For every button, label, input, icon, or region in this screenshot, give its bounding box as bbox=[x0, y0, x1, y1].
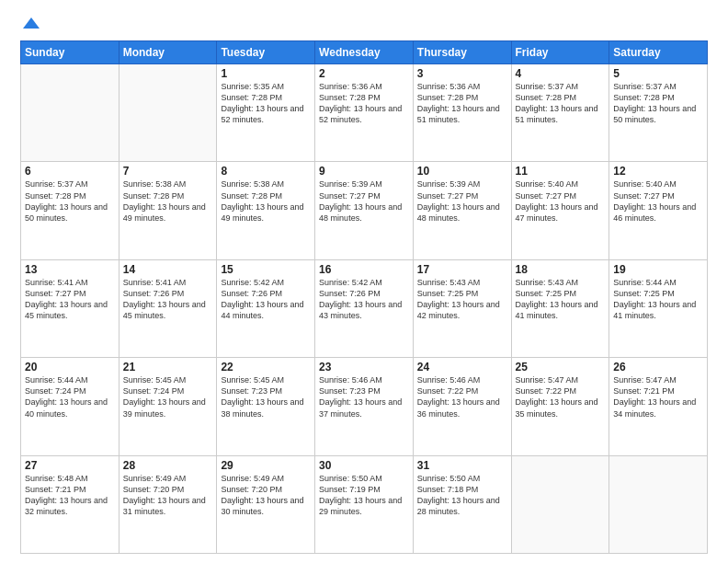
day-info: Sunrise: 5:49 AM Sunset: 7:20 PM Dayligh… bbox=[221, 473, 311, 518]
weekday-header-saturday: Saturday bbox=[609, 41, 708, 64]
weekday-header-tuesday: Tuesday bbox=[217, 41, 315, 64]
day-info: Sunrise: 5:44 AM Sunset: 7:25 PM Dayligh… bbox=[613, 277, 703, 322]
day-info: Sunrise: 5:40 AM Sunset: 7:27 PM Dayligh… bbox=[613, 178, 703, 224]
day-info: Sunrise: 5:40 AM Sunset: 7:27 PM Dayligh… bbox=[516, 178, 606, 224]
day-number: 26 bbox=[613, 361, 703, 373]
weekday-header-monday: Monday bbox=[119, 41, 217, 64]
day-number: 1 bbox=[221, 67, 311, 80]
day-info: Sunrise: 5:39 AM Sunset: 7:27 PM Dayligh… bbox=[417, 178, 507, 224]
day-info: Sunrise: 5:38 AM Sunset: 7:28 PM Dayligh… bbox=[123, 178, 213, 224]
calendar-week-1: 1Sunrise: 5:35 AM Sunset: 7:28 PM Daylig… bbox=[21, 64, 708, 162]
calendar-cell: 5Sunrise: 5:37 AM Sunset: 7:28 PM Daylig… bbox=[609, 64, 708, 162]
day-number: 18 bbox=[516, 263, 606, 276]
header bbox=[20, 17, 708, 31]
day-info: Sunrise: 5:37 AM Sunset: 7:28 PM Dayligh… bbox=[516, 81, 606, 126]
page: SundayMondayTuesdayWednesdayThursdayFrid… bbox=[0, 0, 728, 563]
calendar-cell bbox=[511, 455, 609, 553]
calendar-cell bbox=[609, 455, 708, 553]
svg-marker-0 bbox=[23, 17, 40, 29]
calendar-cell: 2Sunrise: 5:36 AM Sunset: 7:28 PM Daylig… bbox=[315, 64, 414, 162]
day-number: 27 bbox=[25, 459, 115, 472]
day-number: 10 bbox=[417, 165, 507, 178]
calendar-cell: 4Sunrise: 5:37 AM Sunset: 7:28 PM Daylig… bbox=[511, 64, 609, 162]
day-number: 9 bbox=[319, 165, 409, 178]
day-number: 29 bbox=[221, 459, 311, 472]
day-number: 7 bbox=[123, 165, 213, 178]
day-number: 5 bbox=[613, 67, 703, 80]
day-info: Sunrise: 5:46 AM Sunset: 7:23 PM Dayligh… bbox=[319, 374, 409, 419]
day-number: 2 bbox=[319, 67, 409, 80]
day-info: Sunrise: 5:41 AM Sunset: 7:26 PM Dayligh… bbox=[123, 277, 213, 322]
calendar-cell: 24Sunrise: 5:46 AM Sunset: 7:22 PM Dayli… bbox=[413, 358, 511, 455]
day-info: Sunrise: 5:46 AM Sunset: 7:22 PM Dayligh… bbox=[417, 374, 507, 419]
day-number: 23 bbox=[319, 361, 409, 373]
calendar-cell: 18Sunrise: 5:43 AM Sunset: 7:25 PM Dayli… bbox=[511, 259, 609, 357]
day-number: 3 bbox=[417, 67, 507, 80]
calendar-cell: 16Sunrise: 5:42 AM Sunset: 7:26 PM Dayli… bbox=[315, 259, 414, 357]
calendar-cell bbox=[21, 64, 119, 162]
day-info: Sunrise: 5:42 AM Sunset: 7:26 PM Dayligh… bbox=[221, 277, 311, 322]
day-info: Sunrise: 5:37 AM Sunset: 7:28 PM Dayligh… bbox=[613, 81, 703, 126]
day-number: 30 bbox=[319, 459, 409, 472]
calendar-cell: 28Sunrise: 5:49 AM Sunset: 7:20 PM Dayli… bbox=[119, 455, 217, 553]
day-info: Sunrise: 5:43 AM Sunset: 7:25 PM Dayligh… bbox=[417, 277, 507, 322]
calendar-cell: 13Sunrise: 5:41 AM Sunset: 7:27 PM Dayli… bbox=[21, 259, 119, 357]
calendar-cell: 3Sunrise: 5:36 AM Sunset: 7:28 PM Daylig… bbox=[413, 64, 511, 162]
calendar-cell: 30Sunrise: 5:50 AM Sunset: 7:19 PM Dayli… bbox=[315, 455, 414, 553]
calendar-cell: 12Sunrise: 5:40 AM Sunset: 7:27 PM Dayli… bbox=[609, 162, 708, 259]
day-info: Sunrise: 5:49 AM Sunset: 7:20 PM Dayligh… bbox=[123, 473, 213, 518]
calendar-week-2: 6Sunrise: 5:37 AM Sunset: 7:28 PM Daylig… bbox=[21, 162, 708, 259]
calendar-cell: 31Sunrise: 5:50 AM Sunset: 7:18 PM Dayli… bbox=[413, 455, 511, 553]
calendar-cell: 27Sunrise: 5:48 AM Sunset: 7:21 PM Dayli… bbox=[21, 455, 119, 553]
day-info: Sunrise: 5:36 AM Sunset: 7:28 PM Dayligh… bbox=[319, 81, 409, 126]
calendar-cell: 17Sunrise: 5:43 AM Sunset: 7:25 PM Dayli… bbox=[413, 259, 511, 357]
day-info: Sunrise: 5:41 AM Sunset: 7:27 PM Dayligh… bbox=[25, 277, 115, 322]
calendar-week-5: 27Sunrise: 5:48 AM Sunset: 7:21 PM Dayli… bbox=[21, 455, 708, 553]
day-info: Sunrise: 5:48 AM Sunset: 7:21 PM Dayligh… bbox=[25, 473, 115, 518]
calendar-cell: 14Sunrise: 5:41 AM Sunset: 7:26 PM Dayli… bbox=[119, 259, 217, 357]
calendar-cell: 26Sunrise: 5:47 AM Sunset: 7:21 PM Dayli… bbox=[609, 358, 708, 455]
day-info: Sunrise: 5:38 AM Sunset: 7:28 PM Dayligh… bbox=[221, 178, 311, 224]
calendar-cell: 11Sunrise: 5:40 AM Sunset: 7:27 PM Dayli… bbox=[511, 162, 609, 259]
day-info: Sunrise: 5:47 AM Sunset: 7:22 PM Dayligh… bbox=[516, 374, 606, 419]
calendar-cell: 19Sunrise: 5:44 AM Sunset: 7:25 PM Dayli… bbox=[609, 259, 708, 357]
calendar-cell: 6Sunrise: 5:37 AM Sunset: 7:28 PM Daylig… bbox=[21, 162, 119, 259]
day-info: Sunrise: 5:43 AM Sunset: 7:25 PM Dayligh… bbox=[516, 277, 606, 322]
calendar-cell: 9Sunrise: 5:39 AM Sunset: 7:27 PM Daylig… bbox=[315, 162, 414, 259]
day-number: 24 bbox=[417, 361, 507, 373]
calendar-cell: 29Sunrise: 5:49 AM Sunset: 7:20 PM Dayli… bbox=[217, 455, 315, 553]
calendar-cell: 21Sunrise: 5:45 AM Sunset: 7:24 PM Dayli… bbox=[119, 358, 217, 455]
day-number: 22 bbox=[221, 361, 311, 373]
calendar-week-4: 20Sunrise: 5:44 AM Sunset: 7:24 PM Dayli… bbox=[21, 358, 708, 455]
weekday-header-thursday: Thursday bbox=[413, 41, 511, 64]
calendar-cell: 25Sunrise: 5:47 AM Sunset: 7:22 PM Dayli… bbox=[511, 358, 609, 455]
calendar-header-row: SundayMondayTuesdayWednesdayThursdayFrid… bbox=[21, 41, 708, 64]
calendar-body: 1Sunrise: 5:35 AM Sunset: 7:28 PM Daylig… bbox=[21, 64, 708, 554]
day-number: 11 bbox=[516, 165, 606, 178]
day-number: 20 bbox=[25, 361, 115, 373]
day-number: 15 bbox=[221, 263, 311, 276]
calendar-cell bbox=[119, 64, 217, 162]
day-number: 19 bbox=[613, 263, 703, 276]
day-info: Sunrise: 5:50 AM Sunset: 7:18 PM Dayligh… bbox=[417, 473, 507, 518]
logo bbox=[20, 17, 40, 31]
day-info: Sunrise: 5:36 AM Sunset: 7:28 PM Dayligh… bbox=[417, 81, 507, 126]
day-info: Sunrise: 5:42 AM Sunset: 7:26 PM Dayligh… bbox=[319, 277, 409, 322]
calendar-cell: 22Sunrise: 5:45 AM Sunset: 7:23 PM Dayli… bbox=[217, 358, 315, 455]
calendar-cell: 1Sunrise: 5:35 AM Sunset: 7:28 PM Daylig… bbox=[217, 64, 315, 162]
calendar-week-3: 13Sunrise: 5:41 AM Sunset: 7:27 PM Dayli… bbox=[21, 259, 708, 357]
day-number: 21 bbox=[123, 361, 213, 373]
calendar-cell: 8Sunrise: 5:38 AM Sunset: 7:28 PM Daylig… bbox=[217, 162, 315, 259]
day-info: Sunrise: 5:37 AM Sunset: 7:28 PM Dayligh… bbox=[25, 178, 115, 224]
day-number: 25 bbox=[516, 361, 606, 373]
calendar-table: SundayMondayTuesdayWednesdayThursdayFrid… bbox=[20, 40, 708, 554]
weekday-header-friday: Friday bbox=[511, 41, 609, 64]
calendar-cell: 23Sunrise: 5:46 AM Sunset: 7:23 PM Dayli… bbox=[315, 358, 414, 455]
day-number: 28 bbox=[123, 459, 213, 472]
day-number: 13 bbox=[25, 263, 115, 276]
calendar-cell: 15Sunrise: 5:42 AM Sunset: 7:26 PM Dayli… bbox=[217, 259, 315, 357]
day-number: 12 bbox=[613, 165, 703, 178]
day-info: Sunrise: 5:45 AM Sunset: 7:23 PM Dayligh… bbox=[221, 374, 311, 419]
day-number: 8 bbox=[221, 165, 311, 178]
day-number: 14 bbox=[123, 263, 213, 276]
